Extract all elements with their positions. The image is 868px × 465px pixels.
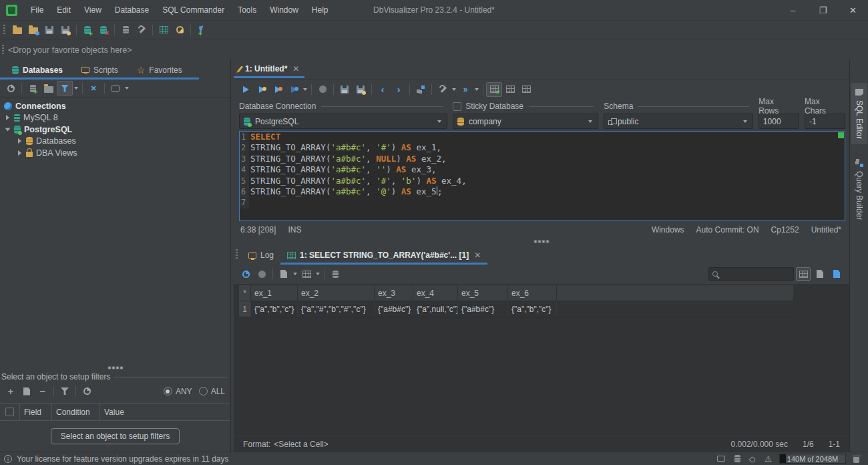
connect-button[interactable]: + — [79, 23, 95, 37]
log-tab[interactable]: Log — [242, 247, 280, 264]
continue-chevron-icon[interactable] — [475, 88, 479, 91]
dba-views-expander-icon[interactable] — [18, 150, 21, 156]
compare-button[interactable] — [327, 267, 343, 281]
query-builder-side-tab[interactable]: Query Builder — [855, 154, 864, 225]
save-as-button[interactable] — [57, 23, 73, 37]
column-header-ex3[interactable]: ex_3 — [375, 285, 413, 301]
grid-options-button[interactable] — [298, 267, 314, 281]
tool-properties-button[interactable] — [134, 23, 150, 37]
cell-ex2[interactable]: {"a","#","b","#","c"} — [298, 301, 375, 317]
tree-item-postgresql[interactable]: PostgreSQL — [0, 124, 230, 136]
filter-remove-button[interactable]: − — [35, 384, 51, 399]
cell-ex6[interactable]: {"a","b","c"} — [508, 301, 557, 317]
cell-ex5[interactable]: {"a#b#c"} — [458, 301, 508, 317]
save-button[interactable] — [41, 23, 57, 37]
schema-select[interactable]: public — [604, 114, 753, 129]
cell-ex3[interactable]: {"a#b#c"} — [375, 301, 413, 317]
column-header-ex4[interactable]: ex_4 — [413, 285, 458, 301]
left-panel-splitter[interactable] — [0, 365, 230, 371]
export-button[interactable] — [276, 267, 292, 281]
license-message[interactable]: Your license for feature version upgrade… — [17, 454, 229, 464]
stop-button[interactable] — [314, 82, 331, 97]
result-set-tab-close-icon[interactable]: ✕ — [474, 251, 481, 260]
tree-item-connections[interactable]: Connections — [0, 100, 230, 112]
menu-edit[interactable]: Edit — [50, 0, 77, 20]
mysql-expander-icon[interactable] — [6, 115, 9, 120]
sql-editor[interactable]: 1SELECT2STRING_TO_ARRAY('a#b#c', '#') AS… — [239, 131, 845, 221]
setup-filters-button[interactable]: Select an object to setup filters — [51, 428, 180, 444]
execute-button[interactable] — [238, 82, 254, 97]
execute-buffer-button[interactable] — [270, 82, 286, 97]
editor-save-button[interactable] — [337, 82, 353, 97]
show-output-layout-button[interactable] — [518, 82, 534, 97]
editor-save-as-button[interactable] — [353, 82, 369, 97]
column-header-ex6[interactable]: ex_6 — [508, 285, 557, 301]
filter-toggle-button[interactable] — [57, 81, 73, 96]
postgresql-expander-icon[interactable] — [5, 128, 10, 131]
warnings-button[interactable]: ⚠ — [765, 455, 772, 463]
close-button[interactable]: ✕ — [838, 0, 868, 20]
create-connection-button[interactable]: + — [25, 81, 41, 96]
all-radio[interactable] — [199, 387, 208, 396]
pointer-mode-button[interactable]: + — [194, 23, 210, 37]
row-header-cell[interactable]: * — [239, 285, 251, 301]
menu-help[interactable]: Help — [305, 0, 335, 20]
databases-expander-icon[interactable] — [18, 138, 21, 144]
history-forward-button[interactable]: › — [391, 82, 407, 97]
text-view-button[interactable] — [813, 267, 827, 281]
max-chars-input[interactable]: -1 — [805, 114, 845, 129]
eol-format[interactable]: Windows — [652, 225, 684, 235]
tab-databases[interactable]: Databases — [4, 61, 71, 79]
result-stop-button[interactable] — [254, 267, 270, 281]
results-drag-handle[interactable] — [236, 249, 238, 260]
tree-item-databases[interactable]: Databases — [0, 136, 230, 148]
memory-indicator[interactable]: 140M of 2048M — [779, 454, 846, 464]
editor-tab-untitled[interactable]: 1: Untitled* ✕ — [234, 60, 304, 78]
tree-refresh-button[interactable] — [3, 81, 19, 96]
execute-current-button[interactable] — [254, 82, 270, 97]
results-splitter[interactable] — [234, 239, 849, 245]
continue-button[interactable]: » — [457, 82, 473, 97]
menu-sql-commander[interactable]: SQL Commander — [156, 0, 231, 20]
column-header-ex2[interactable]: ex_2 — [298, 285, 375, 301]
plug-status-button[interactable] — [750, 456, 755, 462]
menu-tools[interactable]: Tools — [231, 0, 263, 20]
collapse-all-button[interactable]: ✕ — [85, 81, 101, 96]
restore-button[interactable]: ❐ — [808, 0, 838, 20]
object-view-button[interactable] — [107, 81, 124, 96]
rerun-button[interactable] — [238, 267, 254, 281]
grids-button[interactable] — [156, 23, 172, 37]
menu-file[interactable]: File — [24, 0, 50, 20]
cell-ex4[interactable]: {"a",null,"c"} — [413, 301, 458, 317]
garbage-collect-button[interactable] — [853, 454, 859, 463]
minimize-button[interactable]: – — [778, 0, 808, 20]
connection-select[interactable]: PostgreSQL — [239, 114, 447, 129]
encoding[interactable]: Cp1252 — [771, 225, 799, 235]
tree-item-mysql[interactable]: MySQL 8 — [0, 112, 230, 124]
tab-favorites[interactable]: ☆ Favorites — [129, 61, 190, 79]
execute-explain-button[interactable] — [286, 82, 302, 97]
explain-plan-button[interactable] — [413, 82, 429, 97]
database-select[interactable]: company — [453, 114, 598, 129]
autocommit-status[interactable]: Auto Commit: ON — [696, 225, 759, 235]
max-rows-input[interactable]: 1000 — [758, 114, 799, 129]
result-grid-row[interactable]: 1 {"a","b","c"} {"a","#","b","#","c"} {"… — [239, 301, 793, 317]
open-file-button[interactable] — [9, 23, 25, 37]
format-chevron-icon[interactable] — [452, 88, 456, 91]
create-folder-button[interactable] — [41, 81, 57, 96]
menu-view[interactable]: View — [77, 0, 108, 20]
menu-window[interactable]: Window — [263, 0, 305, 20]
connections-status-button[interactable] — [734, 455, 740, 462]
search-input[interactable] — [721, 269, 790, 279]
menu-database[interactable]: Database — [108, 0, 156, 20]
toolbar-drag-handle[interactable] — [3, 25, 5, 35]
chart-view-button[interactable] — [829, 267, 844, 281]
result-set-tab[interactable]: 1: SELECT STRING_TO_ARRAY('a#b#c'... [1]… — [280, 247, 487, 264]
export-chevron-icon[interactable] — [293, 273, 297, 275]
sql-commander-button[interactable] — [118, 23, 134, 37]
grid-view-button[interactable] — [796, 267, 811, 281]
driver-manager-button[interactable] — [172, 23, 188, 37]
console-status-button[interactable] — [717, 456, 725, 462]
history-back-button[interactable]: ‹ — [375, 82, 391, 97]
sql-editor-side-tab[interactable]: SQL Editor — [851, 83, 867, 144]
